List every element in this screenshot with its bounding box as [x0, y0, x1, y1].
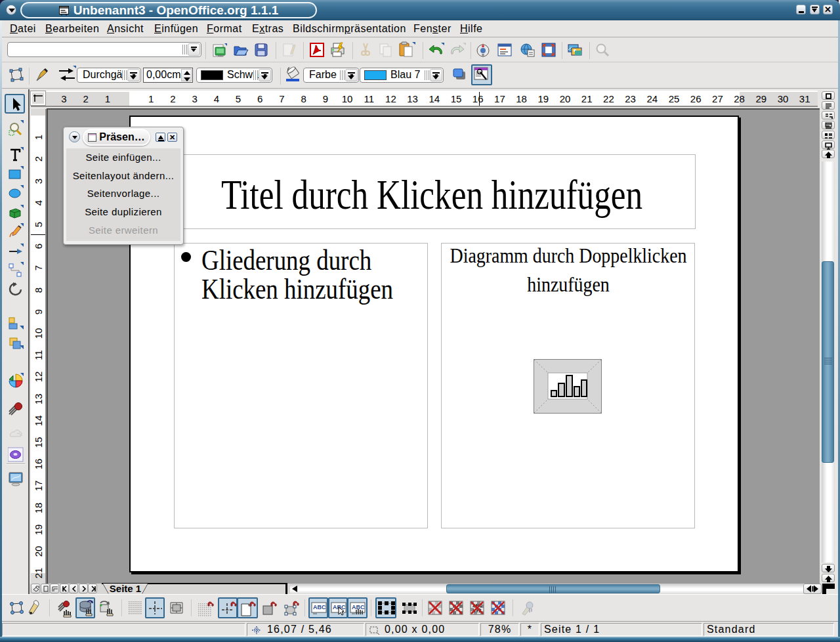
- svg-text:ABC: ABC: [313, 604, 326, 610]
